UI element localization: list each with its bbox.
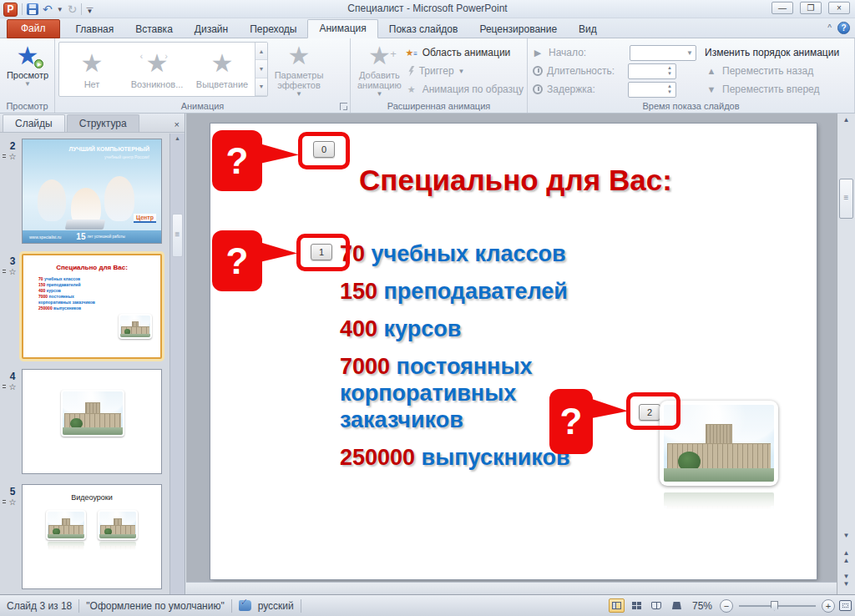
restore-button[interactable]: ❐ (800, 2, 822, 14)
building-photo-reflection (660, 488, 778, 513)
save-icon[interactable] (27, 3, 38, 15)
zoom-out-button[interactable]: − (720, 599, 733, 613)
zoom-in-button[interactable]: + (822, 599, 835, 613)
slide-title[interactable]: Специально для Вас: (359, 164, 672, 197)
slide-thumbnail-2[interactable]: 2 ☆ ЛУЧШИЙ КОМПЬЮТЕРНЫЙ учебный центр Ро… (3, 139, 166, 244)
tab-file[interactable]: Файл (7, 19, 60, 38)
star-sparkle-icon: ★ (146, 49, 169, 78)
spellcheck-icon[interactable] (239, 600, 251, 611)
minimize-button[interactable]: — (772, 2, 793, 14)
zoom-slider[interactable] (739, 605, 816, 607)
divider (22, 3, 23, 15)
animation-option-none[interactable]: ★ Нет (59, 43, 124, 96)
animation-option-appear[interactable]: ★ Возникнов... (124, 43, 190, 96)
tab-view[interactable]: Вид (568, 21, 608, 38)
tab-insert[interactable]: Вставка (124, 21, 184, 38)
close-button[interactable]: × (828, 2, 850, 14)
zoom-slider-thumb[interactable] (771, 601, 778, 611)
gallery-more-icon[interactable]: ▼ (255, 78, 267, 96)
undo-dropdown-icon[interactable]: ▼ (57, 6, 63, 13)
tab-transitions[interactable]: Переходы (239, 21, 307, 38)
powerpoint-app-icon[interactable]: P (3, 3, 18, 17)
quick-access-toolbar: P ↶ ▼ ↻ —▼ (3, 1, 93, 18)
animation-star-icon: ☆ (3, 382, 22, 391)
animation-pane-label: Область анимации (422, 47, 511, 58)
animation-option-label: Выцветание (196, 79, 248, 89)
thumbnail-image[interactable]: ЛУЧШИЙ КОМПЬЮТЕРНЫЙ учебный центр России… (22, 139, 162, 244)
view-slideshow-button[interactable] (669, 598, 685, 613)
building-photo (119, 314, 152, 339)
theme-name[interactable]: "Оформление по умолчанию" (86, 600, 224, 612)
scroll-up-icon[interactable]: ▲ (838, 116, 854, 124)
thumbnail-image[interactable]: Специально для Вас: 70 учебных классов 1… (22, 254, 162, 359)
thumbnail-image[interactable]: Видеоуроки (22, 484, 162, 589)
tab-design[interactable]: Дизайн (184, 21, 239, 38)
zoom-level[interactable]: 75% (692, 600, 712, 612)
collapse-ribbon-icon[interactable]: ^ (827, 23, 832, 33)
slide-editor: 0 Специально для Вас: 1 70 учебных класс… (186, 114, 837, 594)
center-logo: Центр (134, 214, 156, 223)
tab-slideshow[interactable]: Показ слайдов (378, 21, 469, 38)
group-label-advanced: Расширенная анимация (351, 101, 527, 111)
play-icon: ▶ (34, 59, 43, 68)
next-slide-button[interactable]: ▼▼ (838, 573, 854, 588)
gallery-down-icon[interactable]: ▼ (255, 60, 267, 78)
slide-thumbnail-4[interactable]: 4 ☆ (3, 369, 166, 474)
divider (301, 599, 301, 613)
preview-button-label: Просмотр (7, 70, 48, 80)
callout-arrow (259, 239, 297, 265)
tab-home[interactable]: Главная (65, 21, 125, 38)
thumbnail-list: 2 ☆ ЛУЧШИЙ КОМПЬЮТЕРНЫЙ учебный центр Ро… (0, 134, 169, 594)
animation-star-icon: ☆ (3, 267, 22, 276)
language-indicator[interactable]: русский (258, 600, 294, 612)
animation-painter-button: ★ Анимация по образцу (405, 80, 524, 98)
view-normal-button[interactable] (609, 598, 625, 613)
scrollbar-thumb[interactable] (172, 214, 183, 257)
editor-scrollbar[interactable]: ▲ ▼ ▲▲ ▼▼ (837, 114, 855, 594)
slide-counter[interactable]: Слайд 3 из 18 (7, 600, 72, 612)
scrollbar-thumb[interactable] (839, 179, 853, 219)
previous-slide-button[interactable]: ▲▲ (838, 549, 854, 564)
horizontal-scrollbar[interactable] (186, 582, 837, 594)
preview-button[interactable]: ★▶ Просмотр ▼ (3, 42, 52, 98)
thumb5-title: Видеоуроки (23, 493, 161, 502)
tab-outline[interactable]: Структура (67, 114, 139, 132)
scroll-up-icon[interactable]: ▲ (170, 135, 185, 141)
slides-panel: Слайды Структура × 2 ☆ ЛУЧШИЙ КОМПЬЮТЕРН… (0, 114, 185, 594)
animation-pane-button[interactable]: ★≡ Область анимации (405, 43, 524, 62)
tab-review[interactable]: Рецензирование (468, 21, 568, 38)
customize-qat-icon[interactable]: —▼ (86, 5, 93, 13)
add-animation-label: Добавить анимацию (354, 70, 405, 90)
slide-canvas[interactable]: 0 Специально для Вас: 1 70 учебных класс… (210, 124, 817, 579)
help-icon[interactable]: ? (837, 22, 850, 34)
window-controls: — ❐ × (772, 2, 850, 14)
tab-slides[interactable]: Слайды (3, 114, 65, 132)
group-preview: ★▶ Просмотр ▼ Просмотр (0, 38, 55, 113)
gallery-scrollbar[interactable]: ▲ ▼ ▼ (255, 43, 267, 96)
panel-scrollbar[interactable]: ▲ (169, 134, 185, 594)
start-row: ▶ Начало: ▼ (531, 43, 696, 62)
laptop-figure (65, 220, 106, 230)
scroll-down-icon[interactable]: ▼ (838, 532, 854, 539)
divider (81, 3, 82, 15)
tab-animations[interactable]: Анимация (307, 19, 377, 38)
start-icon: ▶ (531, 48, 544, 58)
years-number: 15 (76, 232, 85, 241)
view-reading-button[interactable] (649, 598, 665, 613)
duration-spinner: ▲▼ (628, 63, 676, 79)
fit-to-window-button[interactable] (839, 600, 852, 611)
slide-thumbnail-3[interactable]: 3 ☆ Специально для Вас: 70 учебных класс… (3, 254, 166, 359)
panel-close-icon[interactable]: × (175, 119, 180, 129)
down-arrow-icon: ▼ (705, 84, 718, 94)
thumbnail-image[interactable] (22, 369, 162, 474)
view-sorter-button[interactable] (629, 598, 645, 613)
question-callout-2: ? (549, 389, 593, 454)
gallery-up-icon[interactable]: ▲ (255, 43, 267, 60)
animation-option-fade[interactable]: ★ Выцветание (190, 43, 255, 96)
list-item: 150 преподавателей (340, 278, 630, 305)
undo-icon[interactable]: ↶ (43, 3, 53, 15)
effect-options-button: ★ Параметры эффектов ▼ (271, 42, 326, 98)
preview-star-icon: ★▶ (17, 42, 39, 70)
group-label-preview: Просмотр (0, 101, 54, 111)
slide-thumbnail-5[interactable]: 5 ☆ Видеоуроки (3, 484, 166, 589)
